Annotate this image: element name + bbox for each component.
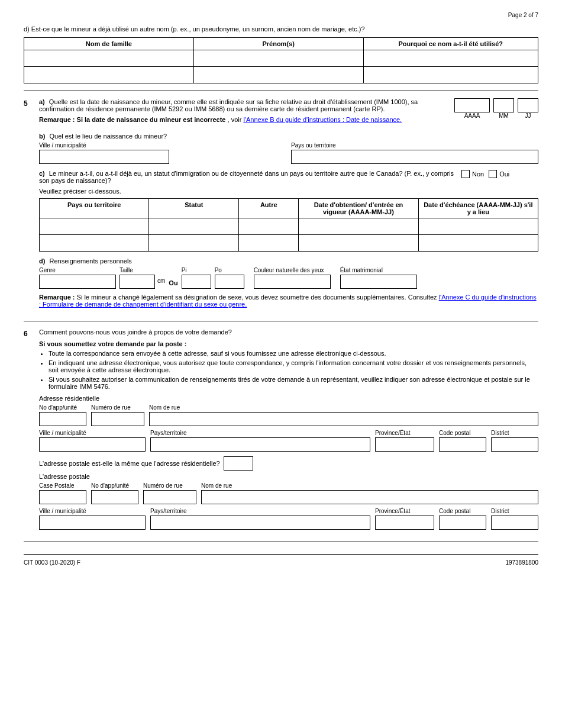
no-app-input[interactable] [39,412,86,426]
nom-rue-label: Nom de rue [149,404,538,411]
footer: CIT 0003 (10-2020) F 1973891800 [24,554,538,566]
table-row[interactable] [193,50,363,67]
table-row[interactable] [193,67,363,83]
pays-input[interactable] [291,150,538,164]
sub-c-question: Le mineur a-t-il, ou a-t-il déjà eu, un … [39,170,454,184]
table-row[interactable] [40,235,149,252]
table-row[interactable] [418,218,538,235]
ou-label: Ou [169,279,177,286]
table-row[interactable] [40,218,149,235]
annexe-b-link[interactable]: l'Annexe B du guide d'instructions : Dat… [243,116,402,123]
ville2-label: Ville / municipalité [39,508,146,514]
nom-rue2-input[interactable] [201,490,538,504]
taille-po-input[interactable] [215,275,244,289]
no-rue2-label: Numéro de rue [143,482,196,489]
bullet-3: Si vous souhaitez autoriser la communica… [49,376,538,390]
sub-c-label: c) [39,170,45,177]
sub-a-remark: Remarque : Si la date de naissance du mi… [39,116,422,123]
names-table: Nom de famille Prénom(s) Pourquoi ce nom… [24,37,538,83]
sub-poste-title: Si vous soumettez votre demande par la p… [39,340,538,347]
col-statut: Statut [149,199,239,218]
province-res-label: Province/État [375,430,434,436]
table-row[interactable] [149,218,239,235]
birth-day-input[interactable] [518,98,538,112]
pi-label: Pi [182,267,211,273]
no-rue2-input[interactable] [143,490,196,504]
taille-pi-input[interactable] [182,275,211,289]
bullet-2: En indiquant une adresse électronique, v… [49,359,538,373]
province-res-input[interactable] [375,437,434,452]
non-checkbox[interactable] [461,170,470,178]
sub-d-label: d) Renseignements personnels [39,257,538,265]
province2-input[interactable] [375,516,434,530]
no-rue-input[interactable] [91,412,144,426]
district-res-input[interactable] [491,437,538,452]
postal-address-row1: Case Postale No d'app/unité Numéro de ru… [39,482,538,504]
district2-label: District [491,508,538,514]
table-row[interactable] [149,235,239,252]
birth-year-input[interactable] [454,98,490,112]
code2-input[interactable] [439,516,486,530]
same-addr-row: L'adresse postale est-elle la même que l… [39,456,538,471]
table-row[interactable] [239,218,299,235]
section-6-number: 6 [24,330,35,338]
yeux-input[interactable] [254,275,331,289]
section-5-number: 5 [24,99,35,108]
col-pays: Pays ou territoire [40,199,149,218]
page-number: Page 2 of 7 [508,12,538,18]
table-row[interactable] [299,218,418,235]
matrimonial-input[interactable] [340,275,417,289]
table-row[interactable] [363,50,538,67]
section6-question: Comment pouvons-nous vous joindre à prop… [39,328,538,336]
taille-cm-input[interactable] [119,275,155,289]
col-nom-famille: Nom de famille [24,38,194,50]
code2-label: Code postal [439,508,486,514]
taille-label: Taille [119,267,165,273]
ville-label: Ville / municipalité [39,142,286,149]
footer-right: 1973891800 [505,559,538,566]
names-question: d) Est-ce que le mineur a déjà utilisé u… [24,25,538,33]
code-res-label: Code postal [439,430,486,436]
table-row[interactable] [24,67,194,83]
ville-res-input[interactable] [39,437,146,452]
table-row[interactable] [418,235,538,252]
no-app2-label: No d'app/unité [91,482,138,489]
pays2-input[interactable] [150,516,370,530]
col-prenoms: Prénom(s) [193,38,363,50]
ville2-input[interactable] [39,516,146,530]
case-postale-label: Case Postale [39,482,86,489]
addr-post-label: L'adresse postale [39,473,538,480]
oui-option[interactable]: Oui [489,170,509,178]
oui-checkbox[interactable] [489,170,497,178]
col-autre: Autre [239,199,299,218]
po-label: Po [215,267,244,273]
district2-input[interactable] [491,516,538,530]
case-postale-input[interactable] [39,490,86,504]
pays-res-input[interactable] [150,437,370,452]
sub-a-label: a) [39,98,45,105]
table-row[interactable] [24,50,194,67]
residential-address-row2: Ville / municipalité Pays/territoire Pro… [39,430,538,452]
col-date-echeance: Date d'échéance (AAAA-MM-JJ) s'il y a li… [418,199,538,218]
district-res-label: District [491,430,538,436]
same-addr-input[interactable] [224,456,253,471]
table-row[interactable] [239,235,299,252]
sub-a-question: Quelle est la date de naissance du mineu… [39,98,418,112]
table-row[interactable] [363,67,538,83]
no-app2-input[interactable] [91,490,138,504]
oui-label: Oui [499,170,509,178]
footer-left: CIT 0003 (10-2020) F [24,559,80,566]
pays2-label: Pays/territoire [150,508,370,514]
residential-address-row1: No d'app/unité Numéro de rue Nom de rue [39,404,538,426]
nom-rue-input[interactable] [149,412,538,426]
birth-month-input[interactable] [493,98,514,112]
non-option[interactable]: Non [461,170,484,178]
code-res-input[interactable] [439,437,486,452]
yeux-label: Couleur naturelle des yeux [254,267,331,273]
table-row[interactable] [299,235,418,252]
genre-input[interactable] [39,275,116,289]
addr-res-label: Adresse résidentielle [39,395,538,402]
non-label: Non [472,170,484,178]
matrimonial-label: État matrimonial [340,267,417,273]
ville-input[interactable] [39,150,169,164]
